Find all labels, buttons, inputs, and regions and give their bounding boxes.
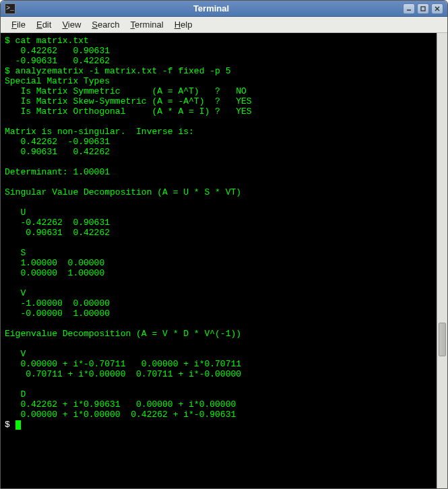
app-icon: >_	[5, 3, 15, 14]
terminal-line: 1.00000 0.00000	[5, 258, 104, 268]
menu-edit[interactable]: Edit	[31, 18, 57, 32]
terminal-line: -1.00000 0.00000	[5, 298, 110, 308]
prompt: $	[5, 420, 15, 430]
terminal-line: V	[5, 288, 26, 298]
menu-file[interactable]: File	[6, 18, 31, 32]
menu-terminal[interactable]: Terminal	[125, 18, 169, 32]
terminal-line: Determinant: 1.00001	[5, 167, 110, 177]
terminal-line: 0.42262 0.90631	[5, 46, 110, 56]
terminal-icon: >_	[6, 5, 14, 12]
menu-search[interactable]: Search	[86, 18, 125, 32]
terminal-line: Is Matrix Orthogonal (A * A = I) ? YES	[5, 106, 252, 117]
scroll-thumb[interactable]	[439, 323, 446, 356]
titlebar[interactable]: >_ Terminal	[1, 1, 447, 17]
terminal-line: -0.42262 0.90631	[5, 218, 110, 228]
menubar: File Edit View Search Terminal Help	[1, 17, 447, 33]
minimize-button[interactable]	[403, 3, 415, 14]
terminal-output[interactable]: $ cat matrix.txt 0.42262 0.90631 -0.9063…	[1, 33, 437, 488]
window-title: Terminal	[20, 3, 403, 13]
terminal-line: Special Matrix Types	[5, 76, 110, 86]
terminal-line: -0.00000 1.00000	[5, 308, 110, 319]
terminal-line: V	[5, 349, 26, 359]
terminal-line: S	[5, 248, 26, 258]
terminal-line: 0.70711 + i*0.00000 0.70711 + i*-0.00000	[5, 369, 241, 379]
menu-help[interactable]: Help	[169, 18, 198, 32]
terminal-window: >_ Terminal File Edit View Search Termin…	[0, 0, 448, 489]
terminal-area: $ cat matrix.txt 0.42262 0.90631 -0.9063…	[1, 33, 447, 488]
terminal-line: 0.00000 1.00000	[5, 268, 104, 278]
terminal-line: D	[5, 389, 26, 399]
terminal-line: 0.90631 0.42262	[5, 228, 110, 238]
terminal-line: Singular Value Decomposition (A = U * S …	[5, 187, 241, 197]
terminal-line: 0.00000 + i*-0.70711 0.00000 + i*0.70711	[5, 359, 241, 369]
terminal-line: Matrix is non-singular. Inverse is:	[5, 127, 194, 137]
window-controls	[403, 3, 443, 14]
cursor	[15, 420, 21, 430]
svg-rect-1	[421, 7, 425, 11]
terminal-line: 0.00000 + i*0.00000 0.42262 + i*-0.90631	[5, 410, 236, 420]
terminal-line: 0.42262 + i*0.90631 0.00000 + i*0.00000	[5, 399, 236, 410]
terminal-line: $ analyzematrix -i matrix.txt -f fixed -…	[5, 66, 230, 76]
terminal-line: Is Matrix Symmetric (A = A^T) ? NO	[5, 86, 247, 96]
terminal-line: U	[5, 207, 26, 218]
terminal-line: 0.42262 -0.90631	[5, 137, 110, 147]
terminal-line: $ cat matrix.txt	[5, 36, 89, 46]
terminal-line: -0.90631 0.42262	[5, 56, 110, 66]
scrollbar[interactable]	[437, 33, 447, 488]
maximize-button[interactable]	[417, 3, 429, 14]
terminal-line: Is Matrix Skew-Symmetric (A = -A^T) ? YE…	[5, 96, 252, 106]
terminal-line: 0.90631 0.42262	[5, 147, 110, 157]
menu-view[interactable]: View	[57, 18, 86, 32]
close-button[interactable]	[431, 3, 443, 14]
terminal-line: Eigenvalue Decomposition (A = V * D * V^…	[5, 329, 241, 339]
